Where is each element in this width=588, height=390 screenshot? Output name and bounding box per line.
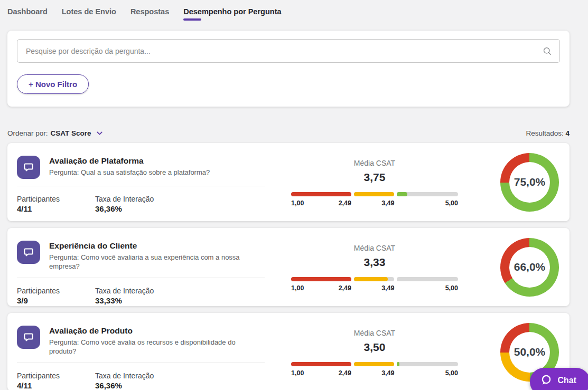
question-text: Pergunta: Como você avalia os recursos e… <box>49 338 256 356</box>
csat-donut-section: 75,0% <box>458 143 570 221</box>
tab-desempenho-por-pergunta[interactable]: Desempenho por Pergunta <box>183 7 281 21</box>
csat-donut-chart: 75,0% <box>500 153 559 212</box>
chat-button-label: Chat <box>557 376 576 385</box>
interaction-rate-value: 36,36% <box>95 381 154 390</box>
csat-donut-section: 66,0% <box>458 228 570 306</box>
tick-cell: 3,49 <box>354 284 395 292</box>
chevron-down-icon <box>95 129 104 138</box>
question-title: Avaliação de Produto <box>49 326 256 336</box>
tick-label: 1,00 <box>291 199 304 207</box>
tab-dashboard[interactable]: Dashboard <box>7 7 48 21</box>
interaction-rate-label: Taxa de Interação <box>95 287 154 295</box>
question-card: Avaliação de Produto Pergunta: Como você… <box>7 313 570 390</box>
scale-fill <box>291 362 351 366</box>
question-card: Avaliação de Plataforma Pergunta: Qual a… <box>7 143 570 221</box>
csat-gauge-section: Média CSAT 3,50 1,002,493,495,00 <box>274 313 458 390</box>
scale-fill <box>354 362 395 366</box>
search-input[interactable] <box>17 39 560 63</box>
scale-fill <box>291 277 351 281</box>
csat-scale-ticks: 1,002,493,495,00 <box>291 369 458 377</box>
tick-cell: 1,002,49 <box>291 369 351 377</box>
tick-label: 5,00 <box>445 369 458 377</box>
card-info-section: Avaliação de Produto Pergunta: Como você… <box>7 313 274 390</box>
csat-average-label: Média CSAT <box>291 244 458 252</box>
tick-label: 3,49 <box>381 369 394 377</box>
participants-label: Participantes <box>17 195 95 203</box>
scale-segment <box>354 277 395 281</box>
tick-cell: 5,00 <box>397 369 458 377</box>
donut-percentage: 66,0% <box>514 261 546 273</box>
participants-value: 3/9 <box>17 296 95 305</box>
csat-average-value: 3,50 <box>291 341 458 354</box>
csat-average-value: 3,33 <box>291 256 458 269</box>
donut-percentage: 50,0% <box>514 346 546 358</box>
divider <box>17 186 265 186</box>
participants-value: 4/11 <box>17 204 95 213</box>
interaction-rate-label: Taxa de Interação <box>95 195 154 203</box>
tick-cell: 3,49 <box>354 199 395 207</box>
tick-label: 1,00 <box>291 284 304 292</box>
top-nav: Dashboard Lotes de Envio Respostas Desem… <box>0 0 588 21</box>
question-bubble-icon <box>17 156 40 179</box>
csat-average-value: 3,75 <box>291 171 458 184</box>
csat-gauge-section: Média CSAT 3,33 1,002,493,495,00 <box>274 228 458 306</box>
question-title: Avaliação de Plataforma <box>49 156 210 166</box>
scale-segment <box>397 277 458 281</box>
search-wrapper <box>17 39 560 63</box>
tick-label: 3,49 <box>381 199 394 207</box>
scale-fill <box>354 277 388 281</box>
question-cards-list: Avaliação de Plataforma Pergunta: Qual a… <box>0 143 588 390</box>
question-text: Pergunta: Como você avaliaria a sua expe… <box>49 253 256 271</box>
scale-segment <box>354 362 395 366</box>
tab-lotes-de-envio[interactable]: Lotes de Envio <box>62 7 116 21</box>
scale-segment <box>291 277 351 281</box>
scale-fill <box>397 362 399 366</box>
interaction-rate-value: 33,33% <box>95 296 154 305</box>
tick-cell: 5,00 <box>397 284 458 292</box>
tick-label: 2,49 <box>339 284 351 292</box>
filter-panel: + Novo Filtro <box>7 31 570 107</box>
csat-scale-bar <box>291 362 458 366</box>
tick-cell: 1,002,49 <box>291 284 351 292</box>
tick-cell: 3,49 <box>354 369 395 377</box>
interaction-rate-label: Taxa de Interação <box>95 372 154 380</box>
csat-gauge-section: Média CSAT 3,75 1,002,493,495,00 <box>274 143 458 221</box>
new-filter-button[interactable]: + Novo Filtro <box>17 74 89 94</box>
scale-segment <box>291 192 351 196</box>
card-info-section: Experiência do Cliente Pergunta: Como vo… <box>7 228 274 306</box>
tab-respostas[interactable]: Respostas <box>130 7 169 21</box>
tick-cell: 5,00 <box>397 199 458 207</box>
csat-scale-bar <box>291 277 458 281</box>
tick-label: 2,49 <box>339 369 351 377</box>
sort-selected-value: CSAT Score <box>51 129 91 137</box>
scale-segment <box>397 362 458 366</box>
tick-label: 5,00 <box>445 199 458 207</box>
tick-label: 2,49 <box>339 199 351 207</box>
tick-label: 5,00 <box>445 284 458 292</box>
participants-label: Participantes <box>17 372 95 380</box>
sort-bar: Ordenar por: CSAT Score Resultados: 4 <box>7 129 570 138</box>
scale-segment <box>291 362 351 366</box>
csat-average-label: Média CSAT <box>291 329 458 337</box>
results-label: Resultados: <box>526 129 563 137</box>
tick-label: 1,00 <box>291 369 304 377</box>
scale-fill <box>291 192 351 196</box>
sort-by-label: Ordenar por: <box>7 129 48 137</box>
search-icon <box>542 46 553 56</box>
card-info-section: Avaliação de Plataforma Pergunta: Qual a… <box>7 143 274 221</box>
question-bubble-icon <box>17 241 40 264</box>
sort-select[interactable]: CSAT Score <box>51 129 104 138</box>
tick-cell: 1,002,49 <box>291 199 351 207</box>
scale-fill <box>397 192 407 196</box>
question-bubble-icon <box>17 326 40 349</box>
interaction-rate-value: 36,36% <box>95 204 154 213</box>
chat-button[interactable]: Chat <box>530 368 588 390</box>
csat-donut-chart: 66,0% <box>500 238 559 297</box>
divider <box>17 278 265 278</box>
tick-label: 3,49 <box>381 284 394 292</box>
csat-scale-bar <box>291 192 458 196</box>
participants-label: Participantes <box>17 287 95 295</box>
donut-percentage: 75,0% <box>514 176 546 188</box>
scale-fill <box>354 192 395 196</box>
question-title: Experiência do Cliente <box>49 241 256 251</box>
